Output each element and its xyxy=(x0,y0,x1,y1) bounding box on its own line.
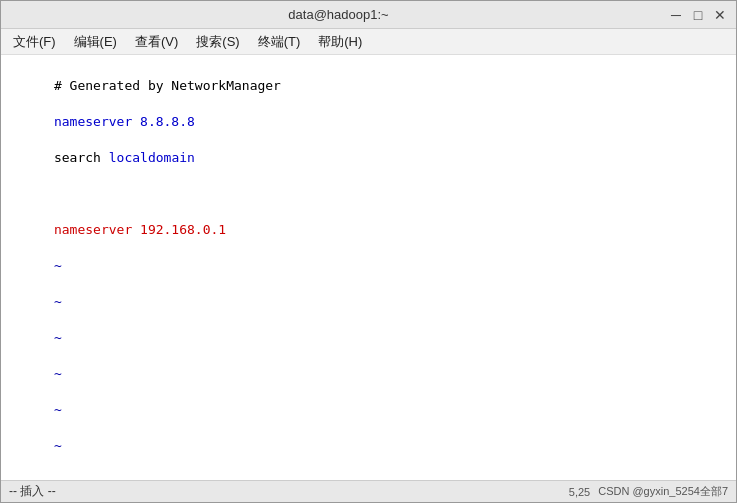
line-3: search localdomain xyxy=(54,150,195,165)
editor-area[interactable]: # Generated by NetworkManager nameserver… xyxy=(1,55,736,480)
maximize-button[interactable]: □ xyxy=(690,7,706,23)
line-2: nameserver 8.8.8.8 xyxy=(54,114,195,129)
menu-bar: 文件(F) 编辑(E) 查看(V) 搜索(S) 终端(T) 帮助(H) xyxy=(1,29,736,55)
menu-help[interactable]: 帮助(H) xyxy=(310,31,370,53)
editor-content: # Generated by NetworkManager nameserver… xyxy=(7,59,730,480)
insert-mode: -- 插入 -- xyxy=(9,483,56,500)
tilde-line-6: ~ xyxy=(54,438,62,453)
tilde-line-1: ~ xyxy=(54,258,62,273)
menu-search[interactable]: 搜索(S) xyxy=(188,31,247,53)
line-1: # Generated by NetworkManager xyxy=(54,78,281,93)
menu-file[interactable]: 文件(F) xyxy=(5,31,64,53)
window-controls: ─ □ ✕ xyxy=(668,7,728,23)
tilde-line-3: ~ xyxy=(54,330,62,345)
minimize-button[interactable]: ─ xyxy=(668,7,684,23)
menu-view[interactable]: 查看(V) xyxy=(127,31,186,53)
status-info: CSDN @gyxin_5254全部7 xyxy=(598,484,728,499)
status-bar: -- 插入 -- 5,25 CSDN @gyxin_5254全部7 xyxy=(1,480,736,502)
close-button[interactable]: ✕ xyxy=(712,7,728,23)
tilde-line-5: ~ xyxy=(54,402,62,417)
menu-edit[interactable]: 编辑(E) xyxy=(66,31,125,53)
menu-terminal[interactable]: 终端(T) xyxy=(250,31,309,53)
cursor-position: 5,25 xyxy=(569,486,590,498)
window-title: data@hadoop1:~ xyxy=(9,7,668,22)
title-bar: data@hadoop1:~ ─ □ ✕ xyxy=(1,1,736,29)
tilde-line-7: ~ xyxy=(54,474,62,480)
line-empty xyxy=(54,186,62,201)
line-5: nameserver 192.168.0.1 xyxy=(54,222,226,237)
tilde-line-4: ~ xyxy=(54,366,62,381)
tilde-line-2: ~ xyxy=(54,294,62,309)
line-3-highlight: localdomain xyxy=(109,150,195,165)
terminal-window: data@hadoop1:~ ─ □ ✕ 文件(F) 编辑(E) 查看(V) 搜… xyxy=(0,0,737,503)
status-right: 5,25 CSDN @gyxin_5254全部7 xyxy=(569,484,728,499)
status-left: -- 插入 -- xyxy=(9,483,56,500)
